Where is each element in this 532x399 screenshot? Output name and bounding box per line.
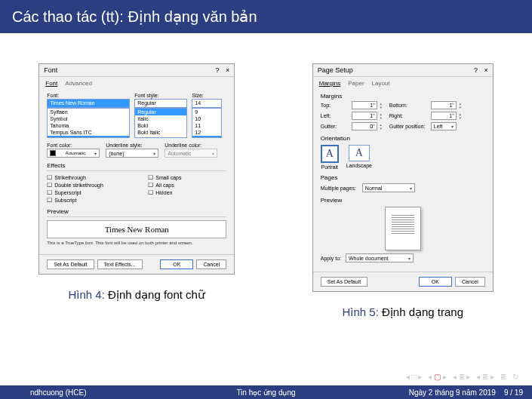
list-item[interactable]: 11	[192, 122, 221, 129]
caption-fig5: Hình 5: Định dạng trang	[342, 305, 463, 319]
chk-subscript[interactable]: Subscript	[47, 197, 125, 204]
font-color-combo[interactable]: Automatic	[47, 149, 100, 158]
list-item[interactable]: Tempus Sans ITC	[48, 129, 129, 136]
dialog-title-text: Font	[44, 66, 57, 74]
tab-margins[interactable]: Margins	[319, 80, 340, 88]
list-item[interactable]: 10	[192, 115, 221, 122]
chk-superscript[interactable]: Superscript	[47, 189, 125, 196]
list-item[interactable]: Bold Italic	[135, 129, 186, 136]
label-font-color: Font color:	[47, 143, 100, 148]
label-left: Left:	[321, 113, 349, 118]
label-style: Font style:	[134, 93, 187, 98]
spinner-icon[interactable]: ▲▼	[380, 123, 387, 130]
spin-left[interactable]: 1"	[352, 112, 377, 120]
underline-style-value: (none)	[109, 151, 124, 156]
help-icon[interactable]: ?	[474, 66, 478, 74]
list-item[interactable]: 14	[192, 136, 221, 138]
beamer-nav: ◂ □ ▸ ◂ ▢ ▸ ◂ ≣ ▸ ◂ ≣ ▸ ≣ ↻	[406, 373, 518, 381]
font-input[interactable]: Times New Roman	[47, 99, 130, 108]
orientation-landscape[interactable]: A Landscape	[346, 145, 372, 170]
list-item[interactable]: Regular	[135, 109, 186, 115]
style-listbox[interactable]: Regular Italic Bold Bold Italic	[134, 108, 187, 138]
list-item[interactable]: 9	[192, 109, 221, 115]
tab-layout[interactable]: Layout	[372, 80, 390, 88]
portrait-icon: A	[321, 145, 339, 163]
section-effects: Effects	[47, 162, 226, 169]
nav-nextsec-icon[interactable]: ◂ ≣ ▸	[476, 373, 494, 381]
underline-style-combo[interactable]: (none)	[106, 149, 158, 158]
portrait-label: Portrait	[321, 164, 338, 170]
multiple-pages-combo[interactable]: Normal	[362, 183, 415, 192]
list-item[interactable]: Tahoma	[48, 122, 129, 129]
spin-top[interactable]: 1"	[352, 101, 377, 109]
chk-hidden[interactable]: Hidden	[148, 189, 226, 196]
list-item[interactable]: Italic	[135, 115, 186, 122]
list-item[interactable]: 12	[192, 129, 221, 136]
list-item[interactable]: Times New Roman	[48, 136, 129, 138]
tab-paper[interactable]: Paper	[348, 80, 364, 88]
cancel-button[interactable]: Cancel	[196, 259, 226, 269]
section-preview: Preview	[321, 197, 485, 204]
applyto-value: Whole document	[349, 256, 389, 261]
list-item[interactable]: Bold	[135, 122, 186, 129]
font-dialog: Font ? × Font Advanced Font: Times New R…	[38, 63, 235, 275]
gutter-pos-combo[interactable]: Left	[431, 122, 457, 130]
multiple-pages-value: Normal	[365, 186, 383, 191]
page-setup-dialog: Page Setup ? × Margins Paper Layout Marg…	[312, 63, 494, 292]
label-multiple: Multiple pages:	[321, 186, 356, 191]
label-gutter-pos: Gutter position:	[389, 124, 429, 129]
font-color-value: Automatic	[65, 151, 85, 155]
size-input[interactable]: 14	[192, 99, 222, 108]
preview-box: Times New Roman	[47, 220, 226, 238]
fig5-label: Hình 5:	[342, 305, 378, 318]
orientation-portrait[interactable]: A Portrait	[321, 145, 339, 170]
label-gutter: Gutter:	[321, 124, 349, 129]
nav-prev-icon[interactable]: ◂ ▢ ▸	[428, 373, 447, 381]
spin-right[interactable]: 1"	[431, 112, 457, 120]
size-listbox[interactable]: 9 10 11 12 14	[192, 108, 222, 138]
underline-color-value: Automatic	[168, 151, 191, 156]
label-right: Right:	[389, 113, 429, 118]
section-margins: Margins	[321, 93, 485, 100]
footer-title: Tin học ứng dụng	[166, 388, 366, 397]
chk-dstrike[interactable]: Double strikethrough	[47, 182, 125, 189]
applyto-combo[interactable]: Whole document	[346, 253, 414, 262]
section-preview: Preview	[47, 208, 226, 215]
nav-equiv-icon[interactable]: ≣	[500, 373, 506, 381]
nav-reload-icon[interactable]: ↻	[512, 373, 518, 381]
nav-prevsec-icon[interactable]: ◂ ≣ ▸	[453, 373, 471, 381]
list-item[interactable]: Sylfaen	[48, 109, 129, 115]
help-icon[interactable]: ?	[215, 66, 219, 74]
cancel-button[interactable]: Cancel	[455, 277, 485, 287]
label-bottom: Bottom:	[389, 103, 429, 108]
section-orientation: Orientation	[321, 135, 485, 142]
spinner-icon[interactable]: ▲▼	[459, 112, 466, 120]
footer-date: Ngày 2 tháng 9 năm 2019	[409, 388, 496, 397]
spinner-icon[interactable]: ▲▼	[459, 102, 466, 109]
effects-group: Strikethrough Small caps Double striketh…	[47, 174, 226, 204]
tab-strip: Font Advanced	[39, 77, 234, 88]
tab-advanced[interactable]: Advanced	[65, 80, 92, 88]
ok-button[interactable]: OK	[160, 259, 193, 269]
style-input[interactable]: Regular	[134, 99, 187, 108]
spin-gutter[interactable]: 0"	[352, 122, 377, 130]
spin-bottom[interactable]: 1"	[431, 101, 457, 109]
close-icon[interactable]: ×	[484, 66, 487, 74]
chk-smallcaps[interactable]: Small caps	[148, 174, 226, 181]
nav-first-icon[interactable]: ◂ □ ▸	[406, 373, 423, 381]
tab-font[interactable]: Font	[45, 80, 57, 88]
set-default-button[interactable]: Set As Default	[321, 277, 367, 287]
label-size: Size:	[192, 93, 222, 98]
page-preview	[385, 207, 421, 250]
set-default-button[interactable]: Set As Default	[47, 259, 94, 269]
text-effects-button[interactable]: Text Effects...	[97, 259, 143, 269]
list-item[interactable]: Symbol	[48, 115, 129, 122]
close-icon[interactable]: ×	[226, 66, 229, 74]
spinner-icon[interactable]: ▲▼	[380, 112, 387, 120]
chk-allcaps[interactable]: All caps	[148, 182, 226, 189]
ok-button[interactable]: OK	[419, 277, 452, 287]
spinner-icon[interactable]: ▲▼	[380, 102, 387, 109]
chk-strikethrough[interactable]: Strikethrough	[47, 174, 125, 181]
figure-page-setup: Page Setup ? × Margins Paper Layout Marg…	[312, 63, 494, 319]
font-listbox[interactable]: Sylfaen Symbol Tahoma Tempus Sans ITC Ti…	[47, 108, 130, 138]
